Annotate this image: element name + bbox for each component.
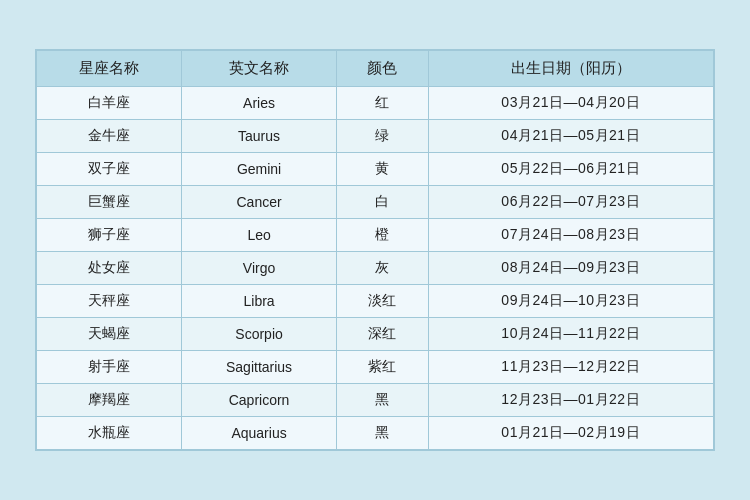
- cell-chinese: 白羊座: [37, 87, 182, 120]
- table-row: 水瓶座Aquarius黑01月21日—02月19日: [37, 417, 714, 450]
- cell-chinese: 天秤座: [37, 285, 182, 318]
- col-header-english: 英文名称: [181, 51, 337, 87]
- table-row: 双子座Gemini黄05月22日—06月21日: [37, 153, 714, 186]
- cell-english: Libra: [181, 285, 337, 318]
- cell-english: Capricorn: [181, 384, 337, 417]
- cell-chinese: 金牛座: [37, 120, 182, 153]
- col-header-color: 颜色: [337, 51, 428, 87]
- cell-color: 灰: [337, 252, 428, 285]
- cell-english: Cancer: [181, 186, 337, 219]
- cell-chinese: 摩羯座: [37, 384, 182, 417]
- cell-color: 橙: [337, 219, 428, 252]
- cell-date: 10月24日—11月22日: [428, 318, 713, 351]
- cell-english: Aquarius: [181, 417, 337, 450]
- cell-date: 06月22日—07月23日: [428, 186, 713, 219]
- table-row: 狮子座Leo橙07月24日—08月23日: [37, 219, 714, 252]
- cell-english: Aries: [181, 87, 337, 120]
- cell-color: 深红: [337, 318, 428, 351]
- col-header-date: 出生日期（阳历）: [428, 51, 713, 87]
- cell-color: 紫红: [337, 351, 428, 384]
- cell-date: 05月22日—06月21日: [428, 153, 713, 186]
- zodiac-table-container: 星座名称 英文名称 颜色 出生日期（阳历） 白羊座Aries红03月21日—04…: [35, 49, 715, 451]
- cell-date: 04月21日—05月21日: [428, 120, 713, 153]
- table-row: 射手座Sagittarius紫红11月23日—12月22日: [37, 351, 714, 384]
- cell-date: 11月23日—12月22日: [428, 351, 713, 384]
- table-row: 巨蟹座Cancer白06月22日—07月23日: [37, 186, 714, 219]
- cell-chinese: 双子座: [37, 153, 182, 186]
- cell-date: 09月24日—10月23日: [428, 285, 713, 318]
- cell-date: 08月24日—09月23日: [428, 252, 713, 285]
- table-body: 白羊座Aries红03月21日—04月20日金牛座Taurus绿04月21日—0…: [37, 87, 714, 450]
- table-header-row: 星座名称 英文名称 颜色 出生日期（阳历）: [37, 51, 714, 87]
- cell-color: 白: [337, 186, 428, 219]
- cell-chinese: 处女座: [37, 252, 182, 285]
- cell-chinese: 水瓶座: [37, 417, 182, 450]
- cell-color: 绿: [337, 120, 428, 153]
- cell-english: Virgo: [181, 252, 337, 285]
- table-row: 天蝎座Scorpio深红10月24日—11月22日: [37, 318, 714, 351]
- cell-color: 黑: [337, 417, 428, 450]
- cell-color: 红: [337, 87, 428, 120]
- cell-english: Sagittarius: [181, 351, 337, 384]
- cell-english: Leo: [181, 219, 337, 252]
- table-row: 处女座Virgo灰08月24日—09月23日: [37, 252, 714, 285]
- cell-date: 01月21日—02月19日: [428, 417, 713, 450]
- cell-chinese: 天蝎座: [37, 318, 182, 351]
- table-row: 摩羯座Capricorn黑12月23日—01月22日: [37, 384, 714, 417]
- table-row: 天秤座Libra淡红09月24日—10月23日: [37, 285, 714, 318]
- cell-date: 07月24日—08月23日: [428, 219, 713, 252]
- cell-chinese: 狮子座: [37, 219, 182, 252]
- cell-chinese: 巨蟹座: [37, 186, 182, 219]
- cell-english: Gemini: [181, 153, 337, 186]
- cell-color: 淡红: [337, 285, 428, 318]
- col-header-chinese: 星座名称: [37, 51, 182, 87]
- cell-english: Scorpio: [181, 318, 337, 351]
- cell-color: 黑: [337, 384, 428, 417]
- table-row: 金牛座Taurus绿04月21日—05月21日: [37, 120, 714, 153]
- zodiac-table: 星座名称 英文名称 颜色 出生日期（阳历） 白羊座Aries红03月21日—04…: [36, 50, 714, 450]
- table-row: 白羊座Aries红03月21日—04月20日: [37, 87, 714, 120]
- cell-chinese: 射手座: [37, 351, 182, 384]
- cell-english: Taurus: [181, 120, 337, 153]
- cell-date: 12月23日—01月22日: [428, 384, 713, 417]
- cell-date: 03月21日—04月20日: [428, 87, 713, 120]
- cell-color: 黄: [337, 153, 428, 186]
